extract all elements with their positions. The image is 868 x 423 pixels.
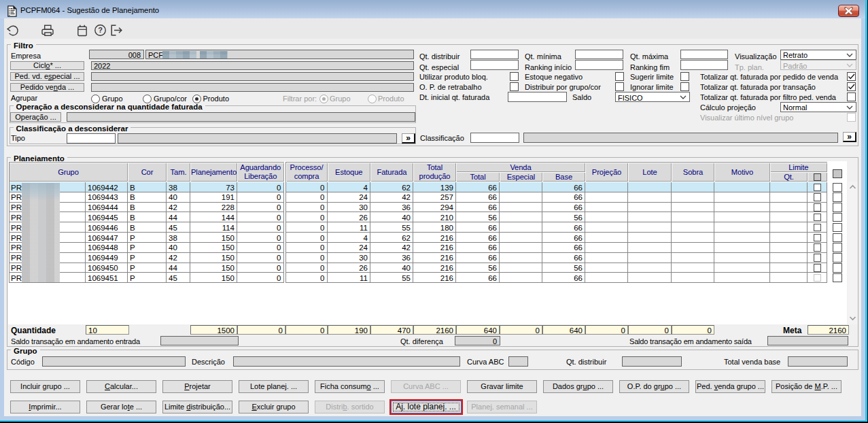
svg-text:?: ?: [98, 26, 103, 34]
